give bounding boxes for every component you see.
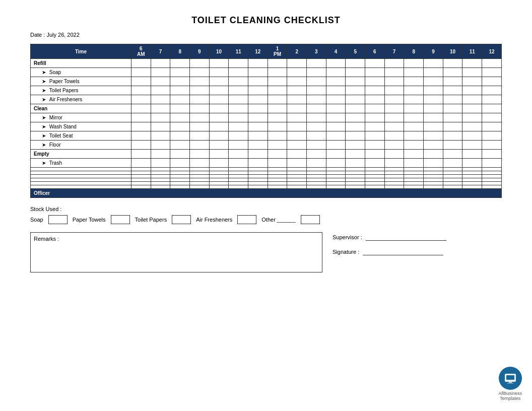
check-cell bbox=[248, 77, 268, 86]
check-cell bbox=[170, 104, 190, 113]
check-cell bbox=[170, 68, 190, 77]
check-cell bbox=[346, 182, 365, 185]
check-cell bbox=[248, 185, 268, 189]
table-row: ➤ Toilet Seat bbox=[31, 131, 502, 141]
arrow-icon: ➤ bbox=[42, 79, 47, 84]
check-cell bbox=[404, 182, 424, 185]
check-cell bbox=[365, 178, 385, 182]
check-cell bbox=[268, 86, 287, 95]
check-cell bbox=[151, 159, 170, 168]
check-cell bbox=[170, 182, 190, 185]
check-cell bbox=[248, 113, 268, 122]
table-row bbox=[31, 168, 502, 171]
check-cell bbox=[424, 113, 443, 122]
check-cell bbox=[404, 131, 424, 141]
check-cell bbox=[326, 159, 346, 168]
arrow-icon: ➤ bbox=[42, 88, 47, 93]
check-cell bbox=[365, 171, 385, 175]
check-cell bbox=[365, 175, 385, 178]
check-cell bbox=[326, 86, 346, 95]
check-cell bbox=[229, 178, 248, 182]
check-cell bbox=[443, 182, 462, 185]
check-cell bbox=[248, 59, 268, 68]
check-cell bbox=[229, 131, 248, 141]
check-cell bbox=[443, 68, 462, 77]
check-cell bbox=[384, 113, 404, 122]
check-cell bbox=[209, 131, 229, 141]
check-cell bbox=[268, 131, 287, 141]
check-cell bbox=[404, 171, 424, 175]
table-row: ➤ Mirror bbox=[31, 113, 502, 122]
supervisor-label: Supervisor : bbox=[332, 234, 362, 240]
check-cell bbox=[131, 171, 151, 175]
col-6am: 6AM bbox=[131, 44, 151, 59]
check-cell bbox=[326, 113, 346, 122]
arrow-icon: ➤ bbox=[42, 70, 47, 75]
stock-used-label: Stock Used : bbox=[30, 206, 502, 212]
check-cell bbox=[307, 182, 326, 185]
check-cell bbox=[384, 159, 404, 168]
check-cell bbox=[424, 59, 443, 68]
check-cell bbox=[287, 59, 307, 68]
check-cell bbox=[346, 77, 365, 86]
check-cell bbox=[404, 168, 424, 171]
check-cell bbox=[190, 168, 210, 171]
check-cell bbox=[151, 141, 170, 150]
check-cell bbox=[443, 185, 462, 189]
check-cell bbox=[307, 59, 326, 68]
airfresheners-box bbox=[237, 215, 256, 224]
col-10: 10 bbox=[209, 44, 229, 59]
label-cell bbox=[31, 182, 131, 185]
check-cell bbox=[209, 86, 229, 95]
check-cell bbox=[346, 141, 365, 150]
check-cell bbox=[151, 77, 170, 86]
col-8: 8 bbox=[170, 44, 190, 59]
check-cell bbox=[384, 178, 404, 182]
check-cell bbox=[482, 86, 502, 95]
check-cell bbox=[326, 141, 346, 150]
check-cell bbox=[365, 86, 385, 95]
check-cell bbox=[384, 86, 404, 95]
check-cell bbox=[307, 68, 326, 77]
label-cell: Clean bbox=[31, 104, 131, 113]
check-cell bbox=[307, 77, 326, 86]
check-cell bbox=[346, 159, 365, 168]
check-cell bbox=[209, 150, 229, 159]
check-cell bbox=[170, 159, 190, 168]
check-cell bbox=[482, 182, 502, 185]
check-cell bbox=[482, 171, 502, 175]
stock-section: Stock Used : Soap Paper Towels Toilet Pa… bbox=[30, 206, 502, 224]
arrow-icon: ➤ bbox=[42, 160, 47, 166]
check-cell bbox=[151, 182, 170, 185]
check-cell bbox=[384, 168, 404, 171]
check-cell bbox=[131, 175, 151, 178]
checklist-table: Time 6AM 7 8 9 10 11 12 1PM 2 3 4 5 6 7 … bbox=[30, 44, 502, 198]
time-header: Time bbox=[31, 44, 131, 59]
check-cell bbox=[190, 175, 210, 178]
remarks-label: Remarks : bbox=[34, 236, 59, 242]
arrow-icon: ➤ bbox=[42, 142, 47, 148]
check-cell bbox=[287, 68, 307, 77]
check-cell bbox=[326, 68, 346, 77]
supervisor-field bbox=[366, 234, 446, 241]
airfresheners-label: Air Fresheners bbox=[196, 217, 232, 223]
toiletpapers-label: Toilet Papers bbox=[135, 217, 167, 223]
check-cell bbox=[229, 77, 248, 86]
check-cell bbox=[229, 95, 248, 104]
check-cell bbox=[268, 185, 287, 189]
table-row bbox=[31, 175, 502, 178]
label-cell: Refill bbox=[31, 59, 131, 68]
table-row: Refill bbox=[31, 59, 502, 68]
check-cell bbox=[365, 122, 385, 131]
check-cell bbox=[443, 86, 462, 95]
check-cell bbox=[326, 59, 346, 68]
check-cell bbox=[365, 68, 385, 77]
check-cell bbox=[287, 113, 307, 122]
check-cell bbox=[151, 178, 170, 182]
check-cell bbox=[190, 182, 210, 185]
check-cell bbox=[346, 150, 365, 159]
check-cell bbox=[424, 171, 443, 175]
check-cell bbox=[443, 150, 462, 159]
check-cell bbox=[248, 182, 268, 185]
check-cell bbox=[462, 113, 482, 122]
